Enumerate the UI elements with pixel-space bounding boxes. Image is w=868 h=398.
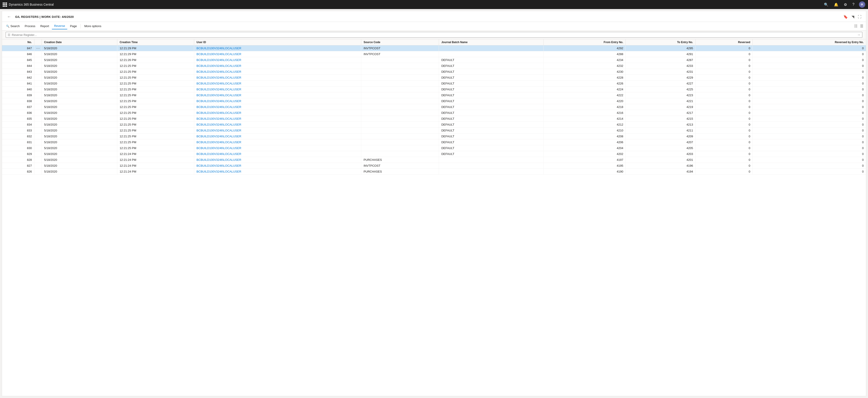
settings-icon-btn[interactable]: ⚙ xyxy=(843,2,848,8)
filter-icon: ☷ xyxy=(8,33,10,37)
cell-user-id[interactable]: BCBUILD100V3246\LOCALUSER xyxy=(194,128,361,133)
table-row[interactable]: 8375/18/202012:21:25 PMBCBUILD100V3246\L… xyxy=(2,104,866,110)
cell-reversed: 0 xyxy=(695,87,752,92)
cell-reversed: 0 xyxy=(695,116,752,122)
cell-user-id[interactable]: BCBUILD100V3246\LOCALUSER xyxy=(194,163,361,169)
toolbar-page-btn[interactable]: Page xyxy=(68,23,79,29)
toolbar-reverse-btn[interactable]: Reverse xyxy=(52,23,67,29)
cell-user-id[interactable]: BCBUILD100V3246\LOCALUSER xyxy=(194,87,361,92)
cell-reversed-by: 0 xyxy=(753,51,866,57)
table-row[interactable]: 8385/18/202012:21:25 PMBCBUILD100V3246\L… xyxy=(2,98,866,104)
cell-reversed: 0 xyxy=(695,51,752,57)
cell-reversed-by: 0 xyxy=(753,139,866,145)
table-wrapper[interactable]: No. Creation Date Creation Time User ID … xyxy=(2,39,866,396)
cell-user-id[interactable]: BCBUILD100V3246\LOCALUSER xyxy=(194,69,361,75)
table-row[interactable]: 8465/18/202012:21:29 PMBCBUILD100V3246\L… xyxy=(2,51,866,57)
cell-creation-time: 12:21:25 PM xyxy=(117,98,194,104)
table-row[interactable]: 8325/18/202012:21:25 PMBCBUILD100V3246\L… xyxy=(2,133,866,139)
cell-creation-date: 5/18/2020 xyxy=(41,98,117,104)
reverse-register-search-input[interactable] xyxy=(12,33,856,37)
bookmark-icon-btn[interactable]: 🔖 xyxy=(842,14,849,20)
cell-user-id[interactable]: BCBUILD100V3246\LOCALUSER xyxy=(194,139,361,145)
list-view-icon-btn[interactable]: ☰ xyxy=(859,23,864,29)
toolbar: 🔍 Search Process Report Reverse Page Mor… xyxy=(2,22,866,31)
cell-user-id[interactable]: BCBUILD100V3246\LOCALUSER xyxy=(194,51,361,57)
search-clear-icon[interactable]: → xyxy=(857,33,860,37)
top-navbar: Dynamics 365 Business Central 🔍 🔔 ⚙ ? IK xyxy=(0,0,868,9)
table-row[interactable]: 8315/18/202012:21:25 PMBCBUILD100V3246\L… xyxy=(2,139,866,145)
cell-creation-date: 5/18/2020 xyxy=(41,145,117,151)
table-row[interactable]: 847⋯5/18/202012:21:29 PMBCBUILD100V3246\… xyxy=(2,45,866,51)
cell-user-id[interactable]: BCBUILD100V3246\LOCALUSER xyxy=(194,104,361,110)
table-row[interactable]: 8285/18/202012:21:24 PMBCBUILD100V3246\L… xyxy=(2,157,866,163)
cell-creation-date: 5/18/2020 xyxy=(41,80,117,87)
cell-to-entry-no: 4194 xyxy=(626,169,695,175)
cell-no: 827 xyxy=(2,163,34,169)
cell-user-id[interactable]: BCBUILD100V3246\LOCALUSER xyxy=(194,45,361,51)
cell-user-id[interactable]: BCBUILD100V3246\LOCALUSER xyxy=(194,145,361,151)
cell-journal-batch-name: DEFAULT xyxy=(439,128,544,133)
cell-no: 829 xyxy=(2,151,34,157)
toolbar-process-btn[interactable]: Process xyxy=(22,23,37,29)
cell-more xyxy=(34,87,41,92)
cell-user-id[interactable]: BCBUILD100V3246\LOCALUSER xyxy=(194,80,361,87)
table-row[interactable]: 8295/18/202012:21:24 PMBCBUILD100V3246\L… xyxy=(2,151,866,157)
table-row[interactable]: 8425/18/202012:21:25 PMBCBUILD100V3246\L… xyxy=(2,75,866,80)
cell-journal-batch-name: DEFAULT xyxy=(439,145,544,151)
app-title: Dynamics 365 Business Central xyxy=(9,3,821,6)
avatar[interactable]: IK xyxy=(859,1,865,8)
table-row[interactable]: 8265/18/202012:21:24 PMBCBUILD100V3246\L… xyxy=(2,169,866,175)
cell-source-code xyxy=(361,92,439,98)
row-more-button[interactable]: ⋯ xyxy=(35,46,41,51)
toolbar-report-btn[interactable]: Report xyxy=(38,23,51,29)
table-row[interactable]: 8405/18/202012:21:25 PMBCBUILD100V3246\L… xyxy=(2,87,866,92)
cell-reversed: 0 xyxy=(695,45,752,51)
table-row[interactable]: 8365/18/202012:21:25 PMBCBUILD100V3246\L… xyxy=(2,110,866,116)
table-row[interactable]: 8395/18/202012:21:25 PMBCBUILD100V3246\L… xyxy=(2,92,866,98)
toolbar-more-btn[interactable]: More options xyxy=(82,23,103,29)
cell-user-id[interactable]: BCBUILD100V3246\LOCALUSER xyxy=(194,98,361,104)
cell-more xyxy=(34,139,41,145)
cell-user-id[interactable]: BCBUILD100V3246\LOCALUSER xyxy=(194,116,361,122)
table-row[interactable]: 8435/18/202012:21:25 PMBCBUILD100V3246\L… xyxy=(2,69,866,75)
open-new-icon-btn[interactable]: ◥ xyxy=(850,14,855,20)
table-header-row: No. Creation Date Creation Time User ID … xyxy=(2,39,866,45)
cell-user-id[interactable]: BCBUILD100V3246\LOCALUSER xyxy=(194,122,361,128)
table-row[interactable]: 8455/18/202012:21:26 PMBCBUILD100V3246\L… xyxy=(2,57,866,63)
filter-icon-btn[interactable]: ☷ xyxy=(853,23,858,29)
cell-source-code xyxy=(361,80,439,87)
cell-to-entry-no: 4221 xyxy=(626,98,695,104)
cell-from-entry-no: 4222 xyxy=(544,92,625,98)
cell-user-id[interactable]: BCBUILD100V3246\LOCALUSER xyxy=(194,133,361,139)
cell-user-id[interactable]: BCBUILD100V3246\LOCALUSER xyxy=(194,92,361,98)
table-row[interactable]: 8445/18/202012:21:25 PMBCBUILD100V3246\L… xyxy=(2,63,866,69)
cell-creation-time: 12:21:24 PM xyxy=(117,157,194,163)
table-row[interactable]: 8415/18/202012:21:25 PMBCBUILD100V3246\L… xyxy=(2,80,866,87)
search-icon-btn[interactable]: 🔍 xyxy=(823,2,829,8)
expand-icon-btn[interactable]: ⛶ xyxy=(857,14,862,20)
cell-reversed: 0 xyxy=(695,133,752,139)
cell-source-code xyxy=(361,75,439,80)
table-row[interactable]: 8355/18/202012:21:25 PMBCBUILD100V3246\L… xyxy=(2,116,866,122)
notifications-icon-btn[interactable]: 🔔 xyxy=(833,2,839,8)
cell-reversed: 0 xyxy=(695,151,752,157)
cell-journal-batch-name: DEFAULT xyxy=(439,69,544,75)
cell-user-id[interactable]: BCBUILD100V3246\LOCALUSER xyxy=(194,75,361,80)
toolbar-search-btn[interactable]: 🔍 Search xyxy=(4,23,22,29)
cell-user-id[interactable]: BCBUILD100V3246\LOCALUSER xyxy=(194,110,361,116)
cell-user-id[interactable]: BCBUILD100V3246\LOCALUSER xyxy=(194,169,361,175)
table-row[interactable]: 8275/18/202012:21:24 PMBCBUILD100V3246\L… xyxy=(2,163,866,169)
app-grid-icon[interactable] xyxy=(3,2,7,7)
back-button[interactable]: ← xyxy=(6,14,12,20)
help-icon-btn[interactable]: ? xyxy=(851,2,855,7)
cell-user-id[interactable]: BCBUILD100V3246\LOCALUSER xyxy=(194,63,361,69)
table-row[interactable]: 8345/18/202012:21:25 PMBCBUILD100V3246\L… xyxy=(2,122,866,128)
table-row[interactable]: 8335/18/202012:21:25 PMBCBUILD100V3246\L… xyxy=(2,128,866,133)
cell-user-id[interactable]: BCBUILD100V3246\LOCALUSER xyxy=(194,157,361,163)
cell-user-id[interactable]: BCBUILD100V3246\LOCALUSER xyxy=(194,151,361,157)
cell-reversed-by: 0 xyxy=(753,104,866,110)
cell-user-id[interactable]: BCBUILD100V3246\LOCALUSER xyxy=(194,57,361,63)
col-header-creation-time: Creation Time xyxy=(117,39,194,45)
table-row[interactable]: 8305/18/202012:21:25 PMBCBUILD100V3246\L… xyxy=(2,145,866,151)
cell-reversed-by: 0 xyxy=(753,110,866,116)
